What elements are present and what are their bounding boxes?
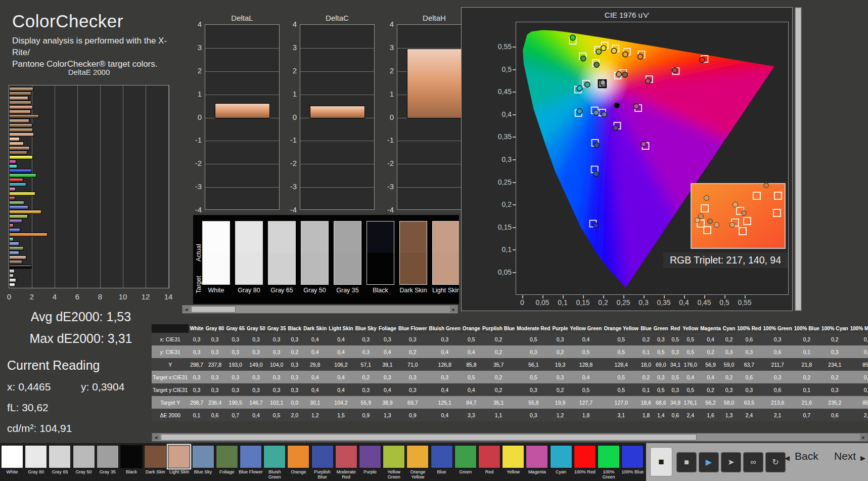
strip-swatch-white[interactable] [202,221,230,285]
strip-swatch-gray-65[interactable] [268,221,296,285]
table-value-cell: 0,7 [793,409,820,421]
strip-swatch-gray-50[interactable] [301,221,329,285]
cie-measured-marker [570,35,575,40]
toolbar-swatch-100--red[interactable] [574,445,596,468]
toolbar-swatch-purple[interactable] [359,445,381,468]
axis-tick-label: -1 [185,136,202,144]
table-column-header: Orange [462,324,481,333]
strip-swatch-black[interactable] [367,221,394,285]
toolbar-swatch-label: Dark Skin [143,470,168,475]
table-value-cell: 0,3 [266,333,287,345]
scrollbar-left-arrow-icon[interactable]: ◄ [152,434,160,441]
table-value-cell: 128,4 [603,358,639,371]
table-value-cell: 18,0 [639,358,653,371]
toolbar-swatch-foliage[interactable] [216,445,238,468]
table-value-cell: 0,3 [516,345,551,358]
toolbar-swatch-label: Gray 65 [47,470,72,475]
pattern-window-button[interactable]: ■ [650,447,672,476]
page-title: ColorChecker [12,11,123,31]
refresh-button[interactable]: ↻ [765,452,786,472]
axis-tick-label: 2 [377,66,394,75]
toolbar-swatch-label: Yellow Green [381,470,406,479]
scrollbar-left-arrow-icon[interactable]: ◄ [182,306,190,313]
play-button[interactable]: ▶ [699,452,719,472]
loop-button[interactable]: ∞ [743,452,763,472]
cie-x-tick-label: 0,05 [532,298,553,307]
toolbar-swatch-yellow[interactable] [502,445,524,468]
table-value-cell: 298,7 [189,396,204,409]
stop-button[interactable]: ■ [676,452,697,472]
table-value-cell: 1,3 [722,409,736,421]
scrollbar-right-arrow-icon[interactable]: ► [450,306,458,313]
table-value-cell: 57,1 [354,358,378,371]
cie-vertical-scrollbar-thumb[interactable] [796,8,801,310]
back-button[interactable]: Back [795,450,818,462]
toolbar-swatch-orange[interactable] [287,445,309,468]
scrollbar-right-arrow-icon[interactable]: ► [860,434,867,441]
toolbar-swatch-yellow-green[interactable] [383,445,405,468]
cie-measured-marker [672,68,677,73]
cie-inset-measured-marker [714,222,719,228]
strip-swatch-light-skin[interactable] [432,221,459,285]
toolbar-swatch-purplish-blue[interactable] [311,445,334,468]
table-value-cell: 0,7 [225,409,246,421]
toolbar-swatch-label: Light Skin [166,470,192,475]
toolbar-swatch-100--blue[interactable] [621,445,644,468]
toolbar-swatch-label: 100% Red [572,470,598,475]
toolbar-swatch-blue-sky[interactable] [192,445,214,468]
delta-e-bar [9,128,33,132]
toolbar-swatch-magenta[interactable] [526,445,548,468]
table-value-cell: 58,0 [722,396,736,409]
table-column-header: Yellow Green [569,324,603,333]
toolbar-swatch-label: Blue Flower [238,470,263,475]
toolbar-swatch-blue[interactable] [431,445,453,468]
scrollbar-thumb[interactable] [191,306,236,313]
table-scrollbar[interactable]: ◄► [152,433,868,442]
toolbar-swatch-gray-80[interactable] [25,445,47,468]
toolbar-swatch-moderate-red[interactable] [335,445,357,468]
table-column-header: Purple [551,324,569,333]
delta-e-bar [9,269,15,273]
axis-tick-label: -4 [185,205,202,214]
toolbar-swatch-cyan[interactable] [550,445,572,468]
avg-de2000-stat: Avg dE2000: 1,53 [0,310,162,324]
cie-measured-marker [594,143,599,148]
delta-e-bar [9,260,22,264]
toolbar-swatch-black[interactable] [120,445,143,468]
delta-e-bar [9,142,24,146]
strip-swatch-gray-80[interactable] [235,221,263,285]
cie-x-tick-label: 0,4 [674,298,694,307]
toolbar-swatch-gray-35[interactable] [97,445,119,468]
toolbar-swatch-gray-50[interactable] [73,445,95,468]
cie-vertical-scrollbar[interactable] [795,7,802,311]
swatch-strip-scrollbar[interactable]: ◄► [182,305,458,314]
toolbar-swatch-white[interactable] [1,445,23,468]
table-value-cell: 2,2 [849,409,868,421]
toolbar-swatch-red[interactable] [478,445,500,468]
toolbar-swatch-orange-yellow[interactable] [406,445,429,468]
delta-e-bar [9,214,28,218]
toolbar-swatch-green[interactable] [454,445,477,468]
table-value-cell: 0,4 [302,345,328,358]
cie-tick [684,295,685,298]
table-value-cell: 3,1 [603,409,639,421]
strip-swatch-gray-35[interactable] [334,221,361,285]
toolbar-swatch-100--green[interactable] [598,445,620,468]
next-button[interactable]: Next [834,450,856,462]
table-value-cell: 0,5 [669,333,681,345]
toolbar-swatch-blue-flower[interactable] [240,445,262,468]
toolbar-swatch-bluish-green[interactable] [263,445,286,468]
table-value-cell: 0,5 [462,371,481,383]
scrollbar-thumb[interactable] [161,434,697,441]
step-forward-button[interactable]: ➤ [721,452,741,472]
delta-e-bar [9,187,16,191]
toolbar-swatch-light-skin[interactable] [168,445,190,468]
table-value-cell: 55,8 [516,396,551,409]
toolbar-swatch-dark-skin[interactable] [144,445,166,468]
table-value-cell: 0,6 [736,371,762,383]
toolbar-swatch-gray-65[interactable] [49,445,71,468]
axis-tick-label: 3 [377,43,394,52]
table-row: y: CIE310,30,30,30,30,30,20,40,40,30,40,… [152,345,868,358]
strip-swatch-dark-skin[interactable] [399,221,427,285]
table-value-cell: 0,3 [266,383,287,396]
